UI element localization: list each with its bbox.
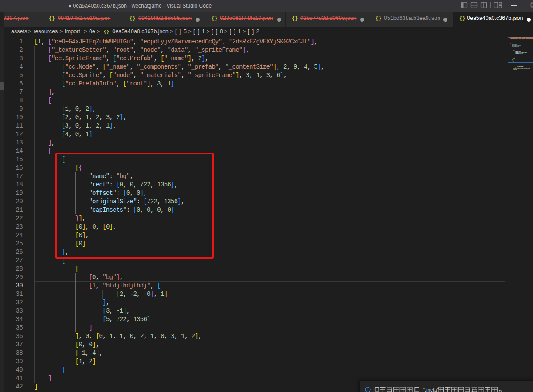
svg-text:".meta": ".meta" [423, 387, 439, 392]
